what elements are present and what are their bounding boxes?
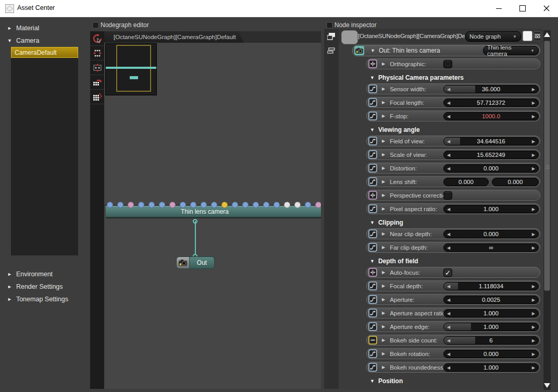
inspect-toggle-button[interactable] (534, 31, 541, 41)
out-node[interactable]: Out (176, 256, 215, 269)
value-slider[interactable]: ◀1.000▶ (443, 363, 539, 372)
float-pin-icon[interactable] (368, 164, 377, 173)
reset-view-icon[interactable] (90, 31, 104, 46)
param-row-scale-of-view[interactable]: ▶Scale of view:◀15.652249▶ (366, 149, 540, 160)
value-slider[interactable]: ◀36.000▶ (443, 85, 539, 93)
param-row-f-stop[interactable]: ▶F-stop:◀1000.0▶ (366, 111, 540, 121)
expand-arrow-icon[interactable]: ▶ (382, 284, 385, 288)
nodegraph-canvas[interactable]: Thin lens camera Out (104, 43, 321, 389)
increment-icon[interactable]: ▶ (532, 114, 535, 119)
value-slider[interactable]: ◀57.712372▶ (443, 99, 539, 107)
scroll-up-icon[interactable] (544, 32, 550, 37)
increment-icon[interactable]: ▶ (532, 352, 535, 357)
expand-arrow-icon[interactable]: ▶ (382, 338, 385, 342)
increment-icon[interactable]: ▶ (532, 284, 535, 289)
bool-pin-icon[interactable] (368, 59, 377, 68)
maximize-button[interactable] (511, 0, 535, 17)
float-pin-icon[interactable] (368, 229, 377, 238)
param-row-far-clip-depth[interactable]: ▶Far clip depth:◀∞▶ (366, 242, 540, 253)
param-row-distortion[interactable]: ▶Distortion:◀0.000▶ (366, 163, 540, 174)
value-slider[interactable]: ◀34.644516▶ (443, 137, 539, 145)
increment-icon[interactable]: ▶ (532, 166, 535, 171)
increment-icon[interactable]: ▶ (532, 298, 535, 302)
scroll-down-icon[interactable] (544, 383, 550, 388)
value-slider[interactable]: ◀15.652249▶ (443, 151, 539, 159)
float-pin-icon[interactable] (368, 84, 377, 93)
camera-list-item-selected[interactable]: CameraDefault (11, 47, 78, 58)
expand-arrow-icon[interactable]: ▶ (382, 152, 385, 157)
checkbox[interactable] (443, 191, 452, 200)
node-pin-blue[interactable] (211, 202, 217, 208)
close-button[interactable] (535, 0, 558, 17)
node-pin-pink[interactable] (128, 202, 134, 208)
node-pin-blue[interactable] (159, 202, 165, 208)
graph-type-dropdown[interactable]: Node graph ▼ (465, 31, 521, 42)
value-slider[interactable]: ◀1.118034▶ (443, 282, 539, 290)
node-pin-blue[interactable] (242, 202, 249, 208)
collapse-arrow-icon[interactable]: ▼ (370, 48, 375, 53)
section-position[interactable]: ▼Position (370, 377, 540, 385)
value-slider[interactable]: ◀1.000▶ (443, 323, 539, 331)
grid-options-icon[interactable] (90, 90, 104, 104)
expand-arrow-icon[interactable]: ▶ (382, 297, 385, 302)
sidebar-item-environment[interactable]: ► Environment (7, 270, 53, 279)
node-pin-pink[interactable] (169, 202, 176, 208)
node-pin-blue[interactable] (201, 202, 207, 208)
titlebar[interactable]: Asset Center (0, 0, 558, 17)
node-pin-pink[interactable] (315, 202, 321, 208)
expand-arrow-icon[interactable]: ▶ (382, 166, 385, 170)
expand-arrow-icon[interactable]: ▶ (382, 365, 385, 370)
float-pin-icon[interactable] (368, 295, 377, 304)
nodegraph-panel-checkbox[interactable] (93, 22, 98, 28)
value-field-y[interactable]: 0.000 (492, 178, 539, 186)
float-pin-icon[interactable] (368, 204, 377, 213)
node-pin-blue[interactable] (232, 202, 238, 208)
node-pin-blue[interactable] (107, 202, 113, 208)
checkbox[interactable]: ✓ (443, 268, 452, 277)
param-row-bokeh-roundedness[interactable]: ▶Bokeh roundedness:◀1.000▶ (366, 362, 540, 373)
node-type-dropdown[interactable]: Thin lens camera▼ (483, 46, 539, 55)
cascade-windows-icon[interactable] (327, 33, 336, 40)
color-swatch-button[interactable] (523, 31, 532, 41)
sidebar-item-tonemap-settings[interactable]: ► Tonemap Settings (7, 295, 68, 304)
param-row-pixel-aspect-ratio[interactable]: ▶Pixel aspect ratio:◀1.000▶ (366, 203, 540, 214)
param-row-auto-focus[interactable]: ▶Auto-focus:✓ (366, 267, 540, 278)
minimap[interactable] (105, 43, 157, 95)
node-pin-blue[interactable] (305, 202, 311, 208)
value-slider[interactable]: ◀1.000▶ (443, 309, 539, 317)
minimize-button[interactable] (487, 0, 511, 17)
param-row-bokeh-side-count[interactable]: ▶Bokeh side count:◀6▶ (366, 335, 540, 346)
expand-arrow-icon[interactable]: ▶ (382, 62, 385, 66)
node-pin-blue[interactable] (180, 202, 186, 208)
float-pin-icon[interactable] (368, 112, 377, 120)
value-slider[interactable]: ◀1.000▶ (443, 205, 539, 213)
value-field-x[interactable]: 0.000 (443, 178, 489, 186)
float-pin-icon[interactable] (368, 98, 377, 107)
arrange-vertical-icon[interactable] (90, 60, 104, 75)
expand-arrow-icon[interactable]: ▶ (382, 206, 385, 211)
expand-arrow-icon[interactable]: ▶ (382, 193, 385, 198)
expand-arrow-icon[interactable]: ▶ (382, 139, 385, 143)
section-depth-of-field[interactable]: ▼Depth of field (370, 258, 540, 265)
expand-arrow-icon[interactable]: ▶ (382, 100, 385, 105)
node-pin-blue[interactable] (190, 202, 196, 208)
sidebar-item-camera[interactable]: ▼ Camera (7, 36, 39, 45)
expand-arrow-icon[interactable]: ▶ (382, 351, 385, 356)
node-color-swatch[interactable] (341, 30, 358, 44)
scrollbar-thumb[interactable] (544, 41, 550, 291)
value-slider[interactable]: ◀0.000▶ (443, 230, 539, 238)
section-clipping[interactable]: ▼Clipping (370, 219, 540, 226)
sidebar-item-render-settings[interactable]: ► Render Settings (7, 282, 63, 291)
bool-pin-icon[interactable] (368, 191, 377, 200)
expand-arrow-icon[interactable]: ▶ (382, 179, 385, 184)
node-pin-white[interactable] (284, 202, 290, 208)
arrange-horizontal-icon[interactable] (90, 46, 104, 60)
param-row-aperture[interactable]: ▶Aperture:◀0.0025▶ (366, 294, 540, 305)
increment-icon[interactable]: ▶ (532, 338, 535, 343)
inspector-scrollbar[interactable] (543, 30, 551, 390)
param-row-aperture-edge[interactable]: ▶Aperture edge:◀1.000▶ (366, 321, 540, 332)
value-slider[interactable]: ◀∞▶ (443, 243, 539, 252)
int-pin-icon[interactable] (368, 336, 377, 345)
increment-icon[interactable]: ▶ (532, 139, 535, 144)
increment-icon[interactable]: ▶ (532, 153, 535, 157)
